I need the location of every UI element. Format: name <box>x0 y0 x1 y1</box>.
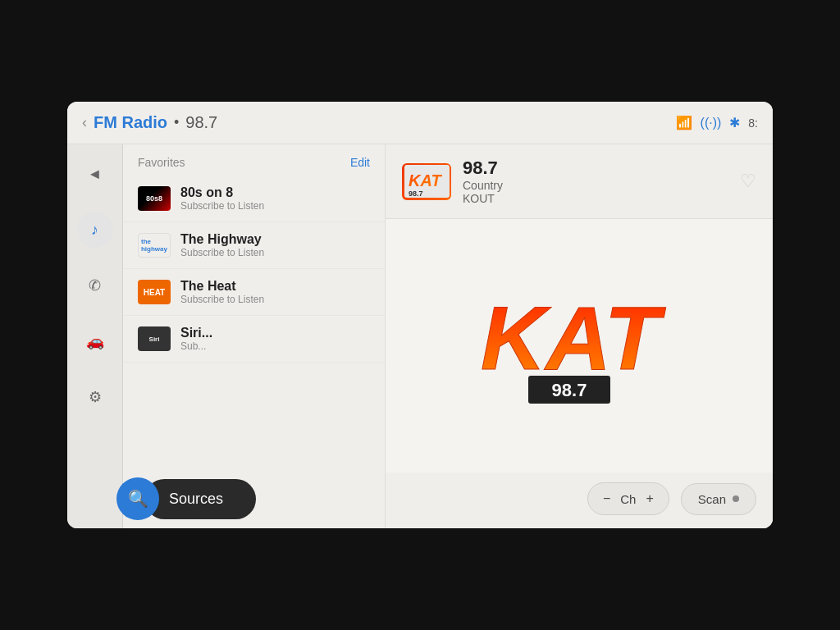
radio-signal-icon: 📶 <box>676 115 692 130</box>
topbar: ‹ FM Radio • 98.7 📶 ((·)) ✱ 8: <box>67 102 773 144</box>
back-button[interactable]: ‹ <box>82 114 87 131</box>
dot-separator: • <box>174 114 179 131</box>
page-title: FM Radio <box>94 113 167 132</box>
list-item[interactable]: Siri Siri... Sub... <box>123 316 385 363</box>
bluetooth-icon: ✱ <box>729 115 740 130</box>
station-logo-heat: HEAT <box>138 280 171 304</box>
edit-button[interactable]: Edit <box>350 156 370 169</box>
svg-text:KAT: KAT <box>409 171 442 189</box>
svg-text:98.7: 98.7 <box>409 189 423 198</box>
sources-button[interactable]: Sources <box>144 479 256 519</box>
sidebar-item-phone[interactable]: ✆ <box>77 267 113 304</box>
station-sub: Subscribe to Listen <box>180 200 370 212</box>
sidebar-item-music[interactable]: ♪ <box>77 212 113 248</box>
now-playing-header: KAT 98.7 98.7 Country KOUT ♡ <box>386 144 773 219</box>
svg-text:98.7: 98.7 <box>552 380 587 400</box>
current-frequency: 98.7 <box>185 113 217 132</box>
settings-icon: ⚙ <box>89 388 102 406</box>
station-big-logo: KAT 98.7 <box>472 279 686 413</box>
station-logo-highway: thehighway <box>138 233 171 258</box>
time-display: 8: <box>748 116 758 130</box>
station-sub: Subscribe to Listen <box>180 247 370 258</box>
list-item[interactable]: thehighway The Highway Subscribe to List… <box>123 222 385 269</box>
svg-text:KAT: KAT <box>481 287 666 388</box>
sidebar-item-settings[interactable]: ⚙ <box>77 379 113 415</box>
station-callsign: KOUT <box>463 192 740 205</box>
navigation-icon: ◄ <box>88 166 103 183</box>
station-name: The Heat <box>180 279 370 294</box>
station-sub: Subscribe to Listen <box>180 294 370 305</box>
big-logo-area: KAT 98.7 <box>386 219 773 472</box>
station-name: The Highway <box>180 232 370 247</box>
sidebar-item-car[interactable]: 🚗 <box>77 323 113 359</box>
station-name: Siri... <box>180 326 370 340</box>
phone-icon: ✆ <box>89 276 101 294</box>
favorites-header: Favorites Edit <box>123 144 385 176</box>
wifi-icon: ((·)) <box>701 116 722 130</box>
favorite-button[interactable]: ♡ <box>740 171 756 192</box>
sidebar-item-navigation[interactable]: ◄ <box>77 156 113 192</box>
bottom-overlay: 🔍 Sources <box>67 469 773 528</box>
station-sub: Sub... <box>180 340 370 352</box>
station-frequency: 98.7 <box>463 158 740 179</box>
station-logo-small: KAT 98.7 <box>402 163 451 200</box>
car-icon: 🚗 <box>86 332 104 350</box>
list-item[interactable]: HEAT The Heat Subscribe to Listen <box>123 269 385 316</box>
search-icon: 🔍 <box>128 489 148 509</box>
search-button[interactable]: 🔍 <box>116 477 159 520</box>
station-genre: Country <box>463 179 740 192</box>
favorites-label: Favorites <box>138 156 185 169</box>
station-logo-siri: Siri <box>138 326 171 351</box>
station-logo-80s: 80s8 <box>138 186 171 211</box>
station-name: 80s on 8 <box>180 185 370 200</box>
list-item[interactable]: 80s8 80s on 8 Subscribe to Listen <box>123 176 385 222</box>
status-icons: 📶 ((·)) ✱ 8: <box>676 115 758 130</box>
music-icon: ♪ <box>91 221 98 239</box>
